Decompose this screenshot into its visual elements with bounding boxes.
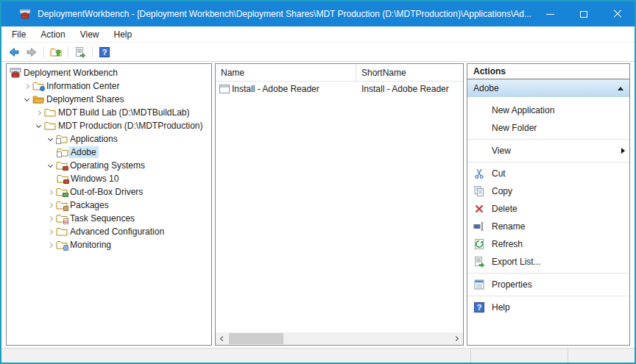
chevron-down-icon[interactable] [45, 159, 56, 172]
action-copy[interactable]: Copy [467, 182, 629, 200]
up-one-level-icon [50, 46, 62, 58]
chevron-right-icon[interactable] [45, 238, 56, 251]
help-button[interactable] [96, 44, 113, 60]
chevron-right-icon[interactable] [45, 212, 56, 225]
export-list-icon [473, 256, 485, 268]
action-new-folder[interactable]: New Folder [467, 119, 629, 137]
up-one-level-button[interactable] [47, 44, 65, 60]
action-export-list[interactable]: Export List... [467, 253, 629, 271]
tree-item-deployment-shares[interactable]: Deployment Shares [7, 93, 211, 106]
back-icon [8, 46, 20, 58]
toolbar-separator [68, 46, 68, 58]
action-label: New Folder [492, 123, 537, 133]
rename-icon [473, 221, 485, 232]
folder-icon [56, 226, 68, 238]
close-button[interactable] [601, 1, 635, 26]
delete-icon [473, 203, 485, 215]
tree-item-label: Windows 10 [68, 173, 121, 185]
export-list-button[interactable] [71, 44, 89, 60]
column-header-name[interactable]: Name [216, 64, 356, 81]
application-window-icon [219, 83, 230, 95]
tree-item-label: Packages [68, 199, 111, 211]
actions-separator [467, 273, 629, 274]
folder-info-icon [32, 80, 44, 92]
back-button[interactable] [5, 44, 23, 60]
tree-item-label: Out-of-Box Drivers [68, 186, 145, 198]
chevron-right-icon[interactable] [45, 185, 56, 199]
column-header-shortname[interactable]: ShortName [356, 64, 463, 81]
status-segment [1, 349, 470, 363]
action-new-application[interactable]: New Application [467, 101, 629, 119]
tree-item-label: Task Sequences [68, 213, 137, 224]
menu-action[interactable]: Action [33, 28, 72, 41]
tree-item-windows-10[interactable]: Windows 10 [7, 172, 211, 185]
actions-group-title: Adobe [473, 83, 618, 93]
list-cell-name: Install - Adobe Reader [232, 84, 319, 94]
menu-help[interactable]: Help [107, 28, 140, 41]
action-cut[interactable]: Cut [467, 165, 629, 182]
action-label: New Application [492, 105, 554, 115]
tree-item-monitoring[interactable]: Monitoring [7, 238, 211, 251]
action-rename[interactable]: Rename [467, 218, 629, 235]
action-properties[interactable]: Properties [467, 276, 629, 293]
chevron-right-icon[interactable] [21, 79, 32, 93]
tree-item-advanced-configuration[interactable]: Advanced Configuration [7, 225, 211, 238]
chevron-down-icon[interactable] [45, 132, 56, 146]
horizontal-scrollbar[interactable] [216, 332, 463, 345]
folder-icon [44, 107, 56, 118]
scroll-right-arrow[interactable] [451, 332, 463, 345]
chevron-down-icon[interactable] [21, 93, 32, 106]
console-tree-pane: Deployment Workbench Information Center … [6, 63, 212, 346]
scroll-left-arrow[interactable] [216, 332, 228, 345]
maximize-button[interactable] [567, 1, 601, 26]
action-help[interactable]: Help [467, 299, 629, 316]
tree-item-label: Deployment Workbench [21, 67, 120, 79]
tree-item-operating-systems[interactable]: Operating Systems [7, 159, 211, 172]
action-delete[interactable]: Delete [467, 200, 629, 218]
action-refresh[interactable]: Refresh [467, 235, 629, 253]
minimize-button[interactable] [533, 1, 567, 26]
minimize-icon [546, 14, 554, 15]
mmc-console-icon [19, 8, 31, 20]
tree-item-applications[interactable]: Applications [7, 132, 211, 146]
tree-item-label: Adobe [68, 146, 99, 158]
action-label: Rename [492, 221, 525, 232]
tree-item-label: Deployment Shares [44, 93, 126, 105]
results-list-pane: Name ShortName Install - Adobe Reader In… [215, 63, 464, 346]
chevron-right-icon[interactable] [33, 106, 44, 119]
action-label: Export List... [492, 257, 541, 267]
tree-item-out-of-box-drivers[interactable]: Out-of-Box Drivers [7, 185, 211, 199]
action-label: Copy [492, 186, 512, 196]
actions-pane: Actions Adobe New Application New Folder [467, 63, 630, 346]
title-bar: DeploymentWorkbench - [Deployment Workbe… [1, 1, 635, 26]
menu-view[interactable]: View [73, 28, 107, 41]
actions-group-header-adobe[interactable]: Adobe [467, 79, 629, 97]
tree-item-deployment-workbench[interactable]: Deployment Workbench [7, 66, 211, 79]
tree-item-packages[interactable]: Packages [7, 199, 211, 212]
folder-page-icon [57, 146, 68, 158]
tree-item-mdt-build-lab[interactable]: MDT Build Lab (D:\MDTBuildLab) [7, 106, 211, 119]
action-label: Cut [492, 168, 506, 179]
action-view[interactable]: View [467, 142, 629, 160]
scrollbar-thumb[interactable] [229, 333, 283, 344]
tree-item-adobe[interactable]: Adobe [7, 146, 211, 159]
forward-button[interactable] [23, 44, 40, 60]
tree-item-label: MDT Production (D:\MDTProduction) [56, 120, 205, 132]
chevron-down-icon[interactable] [33, 119, 44, 132]
tree-item-mdt-production[interactable]: MDT Production (D:\MDTProduction) [7, 119, 211, 132]
chevron-right-icon[interactable] [45, 199, 56, 212]
tree-item-task-sequences[interactable]: Task Sequences [7, 212, 211, 225]
menu-file[interactable]: File [4, 28, 33, 41]
menu-bar: File Action View Help [1, 26, 635, 43]
tree-item-label: MDT Build Lab (D:\MDTBuildLab) [56, 107, 192, 118]
maximize-icon [580, 11, 587, 18]
chevron-up-icon[interactable] [618, 87, 623, 90]
chevron-right-icon[interactable] [45, 225, 56, 238]
folder-os-icon [57, 173, 68, 185]
toolbar-separator [92, 46, 93, 58]
submenu-arrow-icon [621, 148, 625, 154]
tree-item-information-center[interactable]: Information Center [7, 79, 211, 93]
tree-item-label: Operating Systems [68, 160, 147, 171]
list-row-install-adobe-reader[interactable]: Install - Adobe Reader Install - Adobe R… [216, 82, 463, 96]
forward-icon [26, 46, 38, 58]
